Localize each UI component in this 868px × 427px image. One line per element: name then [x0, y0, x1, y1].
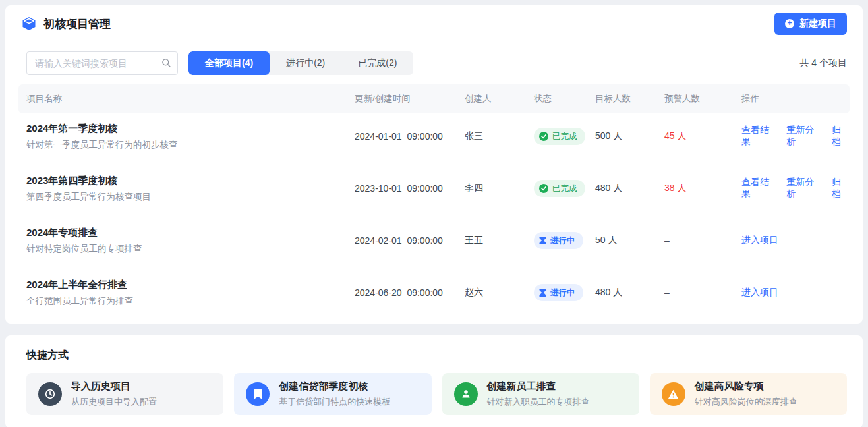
projects-table: 项目名称 更新/创建时间 创建人 状态 目标人数 预警人数 操作 2024年第一… [18, 84, 850, 316]
shortcut-import-history[interactable]: 导入历史项目 从历史项目中导入配置 [26, 373, 223, 415]
col-warning-count: 预警人数 [664, 93, 741, 105]
status-badge-in-progress: 进行中 [534, 284, 583, 301]
action-reanalyze[interactable]: 重新分析 [786, 177, 822, 200]
status-cell: 进行中 [534, 284, 595, 301]
table-row: 2024年第一季度初核 针对第一季度员工异常行为的初步核查 2024-01-01… [18, 113, 850, 159]
shortcut-description: 针对高风险岗位的深度排查 [695, 396, 797, 408]
project-description: 针对特定岗位员工的专项排查 [26, 243, 355, 255]
table-row: 2024年专项排查 针对特定岗位员工的专项排查 2024-02-01 09:00… [18, 217, 850, 264]
shortcut-text: 导入历史项目 从历史项目中导入配置 [71, 380, 157, 408]
action-reanalyze[interactable]: 重新分析 [786, 125, 822, 148]
new-project-button[interactable]: + 新建项目 [774, 13, 847, 35]
project-description: 全行范围员工异常行为排查 [26, 295, 355, 307]
status-badge-completed: 已完成 [534, 180, 585, 197]
shortcut-description: 基于信贷部门特点的快速模板 [279, 396, 390, 408]
shortcut-text: 创建信贷部季度初核 基于信贷部门特点的快速模板 [279, 380, 390, 408]
status-label: 已完成 [552, 183, 577, 194]
project-time: 2024-02-01 09:00:00 [355, 235, 465, 246]
warning-count: – [664, 235, 741, 246]
shortcut-create-credit-review[interactable]: 创建信贷部季度初核 基于信贷部门特点的快速模板 [234, 373, 431, 415]
project-name: 2024年上半年全行排查 [26, 279, 355, 291]
project-description: 第四季度员工异常行为核查项目 [26, 191, 355, 203]
target-count: 500 人 [595, 130, 664, 142]
user-icon [454, 382, 478, 406]
new-project-label: 新建项目 [799, 18, 836, 30]
col-project-name: 项目名称 [18, 93, 355, 105]
project-creator: 王五 [465, 235, 534, 246]
project-description: 针对第一季度员工异常行为的初步核查 [26, 139, 355, 151]
shortcuts-title: 快捷方式 [26, 349, 847, 362]
row-actions: 查看结果 重新分析 归档 [741, 125, 850, 148]
project-name-cell: 2024年上半年全行排查 全行范围员工异常行为排查 [18, 279, 355, 307]
shortcut-title: 创建信贷部季度初核 [279, 380, 390, 393]
project-creator: 赵六 [465, 287, 534, 299]
card-header: 初核项目管理 + 新建项目 [5, 5, 863, 42]
status-label: 进行中 [550, 235, 575, 246]
project-time: 2024-06-20 09:00:00 [355, 287, 465, 298]
row-actions: 进入项目 [741, 235, 850, 246]
project-creator: 张三 [465, 130, 534, 142]
status-cell: 已完成 [534, 180, 595, 197]
warning-icon [662, 382, 685, 406]
tab-in-progress[interactable]: 进行中(2) [270, 51, 341, 75]
check-circle-icon [539, 184, 548, 193]
col-creator: 创建人 [465, 93, 534, 105]
row-actions: 进入项目 [741, 287, 850, 299]
project-management-card: 初核项目管理 + 新建项目 全部项目(4) 进行中(2) 已完成 [5, 5, 863, 324]
action-archive[interactable]: 归档 [832, 177, 850, 200]
project-time: 2024-01-01 09:00:00 [355, 131, 465, 142]
page-title: 初核项目管理 [43, 16, 111, 32]
shortcut-create-high-risk-special[interactable]: 创建高风险专项 针对高风险岗位的深度排查 [650, 373, 847, 415]
hourglass-icon [539, 237, 546, 244]
tab-completed[interactable]: 已完成(2) [341, 51, 413, 75]
check-circle-icon [539, 132, 548, 141]
page: 初核项目管理 + 新建项目 全部项目(4) 进行中(2) 已完成 [0, 0, 868, 427]
col-status: 状态 [534, 93, 595, 105]
shortcuts-section: 快捷方式 导入历史项目 从历史项目中导入配置 [5, 335, 863, 427]
col-actions: 操作 [741, 93, 850, 105]
action-view-results[interactable]: 查看结果 [741, 125, 777, 148]
action-enter-project[interactable]: 进入项目 [741, 287, 778, 299]
shortcut-title: 创建高风险专项 [695, 380, 797, 393]
hourglass-icon [539, 289, 546, 297]
bookmark-icon [246, 382, 270, 406]
action-enter-project[interactable]: 进入项目 [741, 235, 778, 246]
shortcut-create-new-employee-check[interactable]: 创建新员工排查 针对新入职员工的专项排查 [442, 373, 639, 415]
col-target-count: 目标人数 [595, 93, 664, 105]
shortcut-title: 导入历史项目 [71, 380, 157, 393]
title-wrap: 初核项目管理 [21, 16, 111, 32]
shortcut-description: 针对新入职员工的专项排查 [487, 396, 590, 408]
status-badge-in-progress: 进行中 [534, 232, 583, 249]
warning-count: – [664, 287, 741, 298]
filter-tabs: 全部项目(4) 进行中(2) 已完成(2) [188, 51, 413, 75]
warning-count: 45 人 [664, 130, 741, 142]
project-name-cell: 2023年第四季度初核 第四季度员工异常行为核查项目 [18, 175, 355, 203]
cube-app-icon [21, 16, 37, 32]
project-name: 2024年专项排查 [26, 227, 355, 239]
status-cell: 已完成 [534, 128, 595, 145]
tab-all-projects[interactable]: 全部项目(4) [188, 51, 270, 75]
shortcut-text: 创建高风险专项 针对高风险岗位的深度排查 [695, 380, 797, 408]
shortcut-grid: 导入历史项目 从历史项目中导入配置 创建信贷部季度初核 基于信贷部门特点的快速模… [26, 373, 847, 415]
shortcut-title: 创建新员工排查 [487, 380, 590, 393]
project-name: 2024年第一季度初核 [26, 123, 355, 135]
status-label: 已完成 [552, 131, 577, 142]
table-header-row: 项目名称 更新/创建时间 创建人 状态 目标人数 预警人数 操作 [18, 84, 850, 113]
history-clock-icon [38, 382, 62, 406]
project-time: 2023-10-01 09:00:00 [355, 183, 465, 194]
col-update-time: 更新/创建时间 [355, 93, 465, 105]
search-input[interactable] [26, 51, 178, 75]
plus-icon: + [785, 19, 794, 28]
table-body: 2024年第一季度初核 针对第一季度员工异常行为的初步核查 2024-01-01… [18, 113, 850, 316]
status-cell: 进行中 [534, 232, 595, 249]
shortcut-description: 从历史项目中导入配置 [71, 396, 157, 408]
search-box [26, 51, 178, 75]
row-actions: 查看结果 重新分析 归档 [741, 177, 850, 200]
action-archive[interactable]: 归档 [832, 125, 850, 148]
action-view-results[interactable]: 查看结果 [741, 177, 777, 200]
toolbar: 全部项目(4) 进行中(2) 已完成(2) 共 4 个项目 [26, 51, 847, 75]
status-badge-completed: 已完成 [534, 128, 585, 145]
target-count: 480 人 [595, 287, 664, 299]
search-icon[interactable] [161, 58, 171, 71]
table-row: 2024年上半年全行排查 全行范围员工异常行为排查 2024-06-20 09:… [18, 270, 850, 316]
